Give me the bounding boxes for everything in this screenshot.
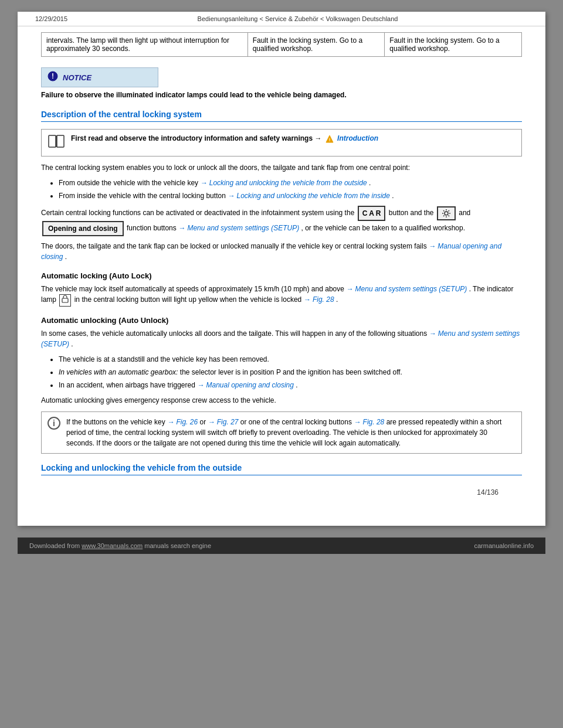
fig28-link-1[interactable]: → Fig. 28 (304, 295, 334, 304)
setup-link-1[interactable]: → Menu and system settings (SETUP) (178, 224, 299, 232)
header-date: 12/29/2015 (35, 15, 67, 22)
section1-body2: Certain central locking functions can be… (41, 206, 522, 236)
table-cell-3: Fault in the locking system. Go to a qua… (385, 33, 522, 57)
notice-text: Failure to observe the illuminated indic… (41, 91, 522, 99)
intro-link[interactable]: Introduction (337, 134, 378, 142)
svg-point-7 (445, 212, 448, 215)
notice-icon: ! (48, 71, 58, 84)
bullet-list-1: From outside the vehicle with the vehicl… (59, 178, 522, 201)
section3-heading: Automatic unlocking (Auto Unlock) (41, 316, 522, 325)
bullet-item-3: The vehicle is at a standstill and the v… (59, 354, 522, 365)
section1-body1: The central locking system enables you t… (41, 162, 522, 173)
manual-link-2[interactable]: → Manual opening and closing (197, 381, 294, 389)
table-cell-2: Fault in the locking system. Go to a qua… (247, 33, 385, 57)
section1-body3: The doors, the tailgate and the tank fla… (41, 241, 522, 262)
bullet-list-2: The vehicle is at a standstill and the v… (59, 354, 522, 390)
fig28-link-2[interactable]: → Fig. 28 (354, 418, 384, 426)
gear-icon (442, 209, 451, 218)
svg-rect-3 (57, 135, 64, 147)
outside-link[interactable]: → Locking and unlocking the vehicle from… (200, 179, 367, 187)
page-header: 12/29/2015 Bedienungsanleitung < Service… (18, 12, 545, 26)
bullet-item-5: In an accident, when airbags have trigge… (59, 380, 522, 390)
section4-heading: Locking and unlocking the vehicle from t… (41, 463, 522, 475)
info-box-text: If the buttons on the vehicle key → Fig.… (66, 417, 515, 448)
svg-text:!: ! (328, 137, 330, 142)
car-button: C A R (358, 206, 386, 221)
section3-body1: In some cases, the vehicle automatically… (41, 328, 522, 349)
info-box: i If the buttons on the vehicle key → Fi… (41, 411, 522, 454)
lock-icon (59, 294, 71, 307)
bottom-link[interactable]: www.30manuals.com (82, 542, 143, 549)
svg-rect-8 (62, 298, 68, 302)
section3-body2: Automatic unlocking gives emergency resp… (41, 395, 522, 406)
bottom-right: carmanualonline.info (474, 542, 534, 549)
setup-link-2[interactable]: → Menu and system settings (SETUP) (346, 285, 467, 293)
page-footer: 14/136 (41, 482, 522, 502)
bullet-item-1: From outside the vehicle with the vehicl… (59, 178, 522, 188)
read-box: First read and observe the introductory … (41, 129, 522, 157)
read-box-text: First read and observe the introductory … (71, 134, 378, 143)
section2-heading: Automatic locking (Auto Lock) (41, 271, 522, 280)
opening-closing-button: Opening and closing (42, 221, 124, 236)
warning-icon: ! (325, 135, 334, 143)
notice-title: NOTICE (63, 73, 91, 82)
inside-link[interactable]: → Locking and unlocking the vehicle from… (228, 192, 390, 200)
book-icon (48, 134, 65, 151)
page-number: 14/136 (477, 488, 498, 496)
fig26-link[interactable]: → Fig. 26 (167, 418, 198, 426)
bottom-left: Downloaded from www.30manuals.com manual… (29, 542, 211, 549)
section1-heading: Description of the central locking syste… (41, 110, 522, 122)
page-wrapper: 12/29/2015 Bedienungsanleitung < Service… (18, 12, 545, 526)
info-icon: i (48, 417, 60, 430)
settings-button (437, 206, 456, 220)
bullet-item-2: From inside the vehicle with the central… (59, 190, 522, 201)
section2-body1: The vehicle may lock itself automaticall… (41, 284, 522, 307)
svg-rect-2 (49, 135, 56, 147)
bottom-bar: Downloaded from www.30manuals.com manual… (18, 538, 545, 554)
svg-text:!: ! (52, 72, 54, 80)
table-cell-1: intervals. The lamp will then light up w… (42, 33, 248, 57)
bullet-item-4: In vehicles with an automatic gearbox: t… (59, 367, 522, 377)
notice-box: ! NOTICE (41, 67, 158, 87)
fig27-link[interactable]: → Fig. 27 (208, 418, 238, 426)
top-table: intervals. The lamp will then light up w… (41, 32, 522, 57)
header-title: Bedienungsanleitung < Service & Zubehör … (198, 15, 398, 22)
page-content: intervals. The lamp will then light up w… (18, 26, 545, 526)
